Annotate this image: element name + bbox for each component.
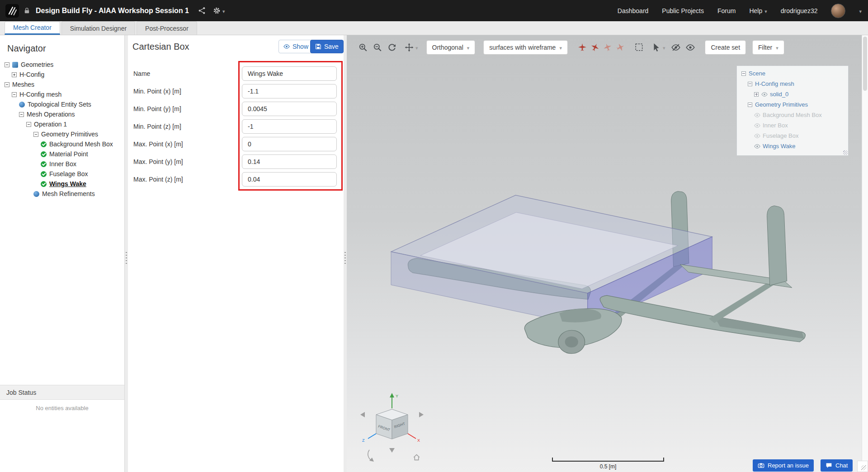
tree-item-h-config-mesh[interactable]: H-Config mesh (0, 89, 124, 99)
tab-mesh-creator[interactable]: Mesh Creator (5, 21, 60, 35)
camera-icon (758, 462, 764, 469)
max-point-y-input[interactable] (242, 154, 337, 169)
view-preset-1-icon[interactable] (578, 43, 587, 52)
eye-icon[interactable] (754, 122, 760, 129)
settings-menu[interactable] (213, 7, 225, 15)
form-row: Min. Point (y) [m] (128, 102, 344, 116)
tree-item-background-mesh-box[interactable]: Background Mesh Box (0, 139, 124, 149)
expand-icon[interactable] (12, 72, 17, 77)
show-button[interactable]: Show (278, 40, 313, 53)
panel-splitter[interactable] (344, 35, 347, 472)
save-button[interactable]: Save (310, 40, 344, 53)
panel-splitter[interactable] (125, 35, 128, 472)
collapse-icon[interactable] (19, 112, 24, 117)
eye-icon[interactable] (761, 91, 768, 98)
cursor-tool-dropdown[interactable] (652, 43, 665, 52)
nav-public-projects[interactable]: Public Projects (662, 7, 704, 14)
tree-item-label: Background Mesh Box (49, 140, 113, 148)
render-mode-select[interactable]: surfaces with wireframe (483, 40, 568, 55)
home-view-icon[interactable] (414, 455, 420, 460)
avatar[interactable] (831, 4, 845, 18)
eye-icon[interactable] (754, 143, 760, 150)
view-preset-3-icon[interactable] (602, 42, 613, 53)
nav-help[interactable]: Help (749, 7, 767, 14)
collapse-icon[interactable] (748, 103, 752, 107)
max-point-x-input[interactable] (242, 137, 337, 151)
collapse-icon[interactable] (33, 132, 38, 137)
job-status-header[interactable]: Job Status (0, 385, 124, 400)
tree-item-inner-box[interactable]: Inner Box (0, 159, 124, 169)
max-point-z-input[interactable] (242, 172, 337, 187)
gear-icon[interactable] (213, 7, 221, 14)
geometry-icon (12, 62, 18, 68)
tree-item-material-point[interactable]: Material Point (0, 149, 124, 159)
collapse-icon[interactable] (26, 122, 31, 127)
tree-item-mesh-operations[interactable]: Mesh Operations (0, 109, 124, 119)
rotate-left-arrow[interactable] (360, 412, 365, 417)
nav-forum[interactable]: Forum (717, 7, 736, 14)
tree-item-mesh-refinements[interactable]: Mesh Refinements (0, 189, 124, 199)
top-nav: Dashboard Public Projects Forum Help dro… (618, 4, 868, 18)
cursor-icon (652, 43, 661, 52)
collapse-icon[interactable] (741, 71, 746, 76)
eye-icon[interactable] (754, 112, 760, 118)
scene-tree-item-background-mesh-box[interactable]: Background Mesh Box (739, 110, 846, 120)
tab-simulation-designer[interactable]: Simulation Designer (61, 21, 135, 35)
scrollbar-thumb[interactable] (863, 37, 867, 91)
report-issue-button[interactable]: Report an issue (753, 459, 814, 472)
eye-icon[interactable] (754, 133, 760, 139)
collapse-icon[interactable] (5, 62, 9, 67)
collapse-icon[interactable] (5, 82, 9, 87)
username[interactable]: drodriguez32 (781, 7, 818, 14)
filter-dropdown[interactable]: Filter (752, 40, 784, 55)
tree-item-geometries[interactable]: Geometries (0, 60, 124, 70)
hide-selection-button[interactable] (671, 43, 680, 52)
app-logo-icon[interactable] (5, 4, 19, 18)
min-point-z-input[interactable] (242, 119, 337, 134)
scene-tree-item-wings-wake[interactable]: Wings Wake (739, 141, 846, 151)
tree-item-fuselage-box[interactable]: Fuselage Box (0, 169, 124, 179)
collapse-icon[interactable] (748, 82, 752, 86)
vertical-scrollbar[interactable] (862, 35, 868, 472)
tree-item-operation-1[interactable]: Operation 1 (0, 119, 124, 129)
show-selection-button[interactable] (686, 43, 695, 52)
scene-tree-item-geometry-primitives[interactable]: Geometry Primitives (739, 99, 846, 110)
view-preset-4-icon[interactable] (614, 42, 627, 54)
resize-grip[interactable] (857, 461, 868, 472)
tab-post-processor[interactable]: Post-Processor (137, 21, 197, 35)
view-preset-2-icon[interactable] (589, 42, 601, 54)
collapse-icon[interactable] (12, 92, 17, 97)
name-input[interactable] (242, 66, 337, 81)
tree-item-h-config[interactable]: H-Config (0, 70, 124, 79)
viewport: Orthogonal surfaces with wireframe Creat… (347, 35, 862, 472)
tree-item-wings-wake[interactable]: Wings Wake (0, 179, 124, 189)
zoom-in-button[interactable] (359, 43, 368, 52)
create-set-button[interactable]: Create set (705, 40, 746, 55)
scene-tree-item-solid-0[interactable]: solid_0 (739, 89, 846, 99)
min-point-x-input[interactable] (242, 84, 337, 98)
rotate-right-arrow[interactable] (419, 412, 424, 417)
rotate-down-arrow[interactable] (389, 448, 395, 453)
chevron-down-icon (764, 7, 767, 14)
pan-tool-dropdown[interactable] (405, 43, 418, 52)
tree-item-meshes[interactable]: Meshes (0, 79, 124, 89)
nav-dashboard[interactable]: Dashboard (618, 7, 649, 14)
scene-tree-item-h-config-mesh[interactable]: H-Config mesh (739, 79, 846, 89)
scene-tree-item-scene[interactable]: Scene (739, 68, 846, 79)
panel-title: Cartesian Box (132, 42, 189, 52)
chevron-down-icon[interactable] (859, 7, 862, 14)
tree-item-geometry-primitives[interactable]: Geometry Primitives (0, 129, 124, 139)
min-point-y-input[interactable] (242, 102, 337, 116)
reset-view-button[interactable] (387, 43, 396, 52)
box-select-button[interactable] (635, 43, 644, 52)
zoom-out-button[interactable] (373, 43, 382, 52)
scene-tree-item-fuselage-box[interactable]: Fuselage Box (739, 131, 846, 141)
expand-icon[interactable] (754, 92, 759, 97)
orientation-cube[interactable]: Y FRONT RIGHT X Z (356, 391, 428, 468)
tree-item-topological-entity-sets[interactable]: Topological Entity Sets (0, 99, 124, 109)
projection-select[interactable]: Orthogonal (426, 40, 476, 55)
scene-tree-item-inner-box[interactable]: Inner Box (739, 120, 846, 131)
form-row: Max. Point (z) [m] (128, 172, 344, 187)
share-icon[interactable] (198, 7, 206, 14)
chat-button[interactable]: Chat (821, 459, 853, 472)
